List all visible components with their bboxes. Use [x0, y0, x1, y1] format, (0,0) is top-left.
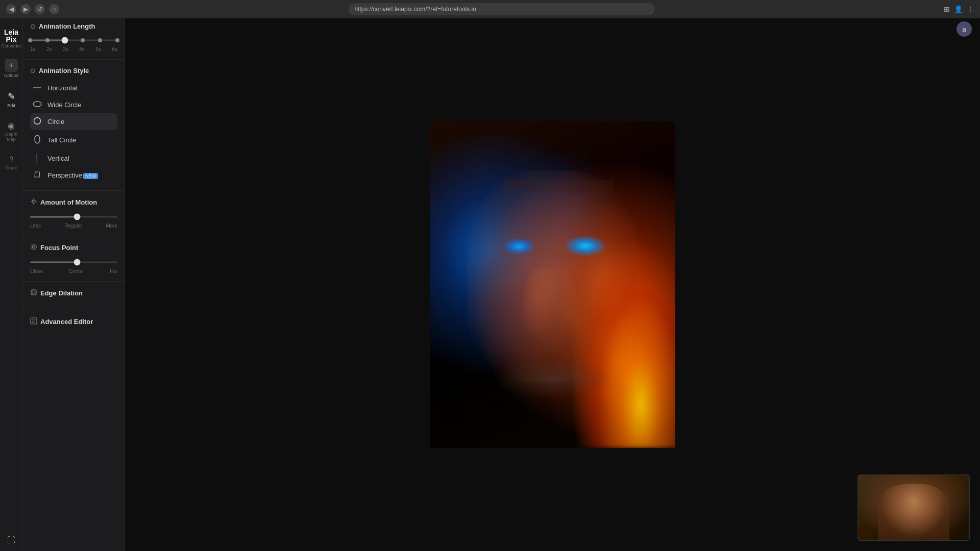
browser-right-icons: ⊞ 👤 ⋮	[944, 5, 974, 13]
menu-icon[interactable]: ⋮	[967, 5, 974, 13]
animation-length-header[interactable]: ⊙ Animation Length	[30, 22, 117, 30]
motion-icon	[30, 198, 37, 207]
sidebar-item-edit[interactable]: ✎ Edit	[0, 87, 22, 113]
label-1s: 1s	[30, 46, 36, 52]
extensions-icon[interactable]: ⊞	[944, 5, 950, 13]
new-badge: NEW	[83, 173, 98, 179]
portrait-overlay	[430, 121, 675, 448]
label-2s: 2s	[46, 46, 52, 52]
room-bg	[858, 475, 969, 514]
main-image-area	[125, 18, 980, 551]
url-bar[interactable]: https://convert.leiapix.com/?ref=futuret…	[349, 3, 655, 15]
focus-handle[interactable]	[74, 259, 81, 266]
divider-4	[23, 281, 125, 282]
tall-circle-icon	[32, 135, 42, 145]
depth-map-label: DepthMap	[5, 132, 17, 142]
icon-rail: Leia Pix Converter + Upload ✎ Edit ◉ Dep…	[0, 18, 23, 551]
brand-name-leia: Leia	[1, 29, 21, 36]
sidebar-item-upload[interactable]: + Upload	[0, 55, 22, 83]
nav-back-button[interactable]: ◀	[6, 4, 16, 14]
edit-icon: ✎	[8, 91, 15, 102]
animation-length-section: ⊙ Animation Length	[23, 18, 125, 56]
svg-point-0	[33, 102, 41, 107]
motion-label-more: More	[106, 223, 117, 229]
sidebar-item-share[interactable]: ⇪ Share	[0, 151, 22, 175]
svg-point-9	[33, 246, 35, 248]
animation-style-section: ⊙ Animation Style — Horizontal Wide Circ…	[23, 63, 125, 187]
animation-length-track	[30, 40, 117, 41]
motion-label-less: Less	[30, 223, 41, 229]
animation-style-icon: ⊙	[30, 67, 36, 74]
focus-labels: Close Center Far	[30, 268, 117, 274]
edge-dilation-title: Edge Dilation	[40, 289, 83, 297]
sidebar-item-depth-map[interactable]: ◉ DepthMap	[0, 117, 22, 146]
label-4s: 4s	[79, 46, 85, 52]
svg-marker-3	[35, 172, 40, 177]
amount-of-motion-header[interactable]: Amount of Motion	[30, 198, 117, 207]
circle-label: Circle	[47, 118, 64, 126]
divider-2	[23, 190, 125, 191]
focus-point-section: Focus Point Close Center Far	[23, 239, 125, 278]
edge-dilation-section: Edge Dilation	[23, 285, 125, 307]
style-option-vertical[interactable]: │ Vertical	[30, 150, 117, 166]
plus-icon: +	[9, 61, 13, 70]
motion-handle[interactable]	[74, 214, 81, 220]
animation-length-icon: ⊙	[30, 22, 36, 30]
style-option-horizontal[interactable]: — Horizontal	[30, 80, 117, 96]
slider-dot-4	[81, 38, 85, 42]
upload-label: Upload	[4, 73, 19, 79]
forehead-area	[504, 180, 614, 195]
focus-label-far: Far	[110, 268, 117, 274]
nav-forward-button[interactable]: ▶	[20, 4, 31, 14]
beard-area	[492, 358, 614, 399]
focus-point-header[interactable]: Focus Point	[30, 243, 117, 252]
animation-length-labels: 1s 2s 3s 4s 5s 6s	[30, 46, 117, 52]
animation-length-title: Animation Length	[39, 22, 95, 30]
profile-icon[interactable]: 👤	[954, 5, 963, 13]
nose-shadow	[523, 268, 564, 350]
amount-of-motion-section: Amount of Motion Less Regular More	[23, 194, 125, 233]
animation-length-slider[interactable]	[30, 35, 117, 45]
focus-fill	[30, 262, 77, 263]
style-option-perspective[interactable]: PerspectiveNEW	[30, 167, 117, 183]
divider-1	[23, 59, 125, 60]
brand-sub-label: Converter	[1, 43, 21, 48]
fullscreen-icon: ⛶	[7, 536, 15, 545]
sidebar-item-fullscreen[interactable]: ⛶	[0, 532, 22, 551]
edge-dilation-header[interactable]: Edge Dilation	[30, 289, 117, 297]
share-label: Share	[5, 166, 17, 171]
depth-map-icon: ◉	[8, 121, 15, 131]
animation-style-header[interactable]: ⊙ Animation Style	[30, 67, 117, 74]
advanced-editor-title: Advanced Editor	[40, 318, 93, 325]
style-option-wide-circle[interactable]: Wide Circle	[30, 97, 117, 112]
horizontal-icon: —	[32, 83, 42, 92]
wide-circle-icon	[32, 101, 42, 109]
slider-dot-1	[28, 38, 32, 42]
focus-icon	[30, 243, 37, 252]
webcam-bg	[858, 475, 969, 540]
advanced-editor-header[interactable]: Advanced Editor	[30, 317, 117, 326]
slider-dot-5	[98, 38, 102, 42]
vertical-label: Vertical	[47, 155, 69, 162]
svg-point-2	[35, 135, 40, 143]
circle-icon	[32, 117, 42, 127]
focus-point-slider[interactable]	[30, 257, 117, 267]
svg-point-1	[34, 118, 41, 124]
nav-refresh-button[interactable]: ↺	[35, 4, 45, 14]
browser-chrome: ◀ ▶ ↺ ⌂ https://convert.leiapix.com/?ref…	[0, 0, 980, 18]
sidebar: Leia Pix Converter + Upload ✎ Edit ◉ Dep…	[0, 18, 125, 551]
style-option-tall-circle[interactable]: Tall Circle	[30, 131, 117, 149]
focus-label-close: Close	[30, 268, 43, 274]
svg-point-4	[32, 200, 35, 203]
label-6s: 6s	[112, 46, 117, 52]
label-3s: 3s	[63, 46, 68, 52]
portrait-canvas	[430, 121, 675, 448]
main-content: a	[125, 18, 980, 551]
divider-5	[23, 310, 125, 310]
webcam-overlay	[857, 474, 970, 541]
amount-of-motion-slider[interactable]	[30, 212, 117, 222]
animation-length-handle[interactable]	[62, 37, 68, 44]
slider-dot-2	[45, 38, 50, 42]
nav-home-button[interactable]: ⌂	[49, 4, 59, 14]
style-option-circle[interactable]: Circle	[30, 113, 117, 130]
